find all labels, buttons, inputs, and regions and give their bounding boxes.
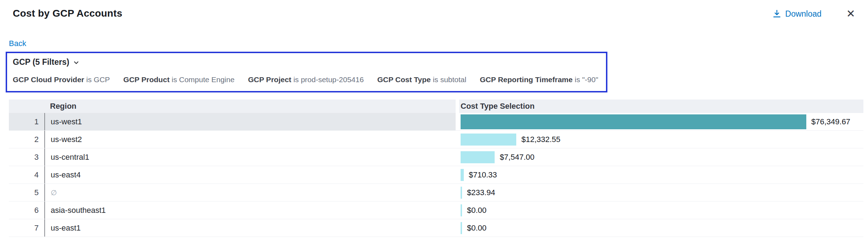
cost-by-gcp-accounts-panel: Cost by GCP Accounts Download ✕ Back GCP… (0, 0, 868, 238)
results-table: Region Cost Type Selection 1 us-west1 $7… (9, 100, 863, 237)
region-cell-text: ∅ (51, 188, 57, 197)
region-cell-text: us-central1 (51, 153, 89, 162)
filter-pill[interactable]: GCP Cloud Provider is GCP (13, 75, 110, 84)
cost-bar (461, 134, 516, 146)
filter-field: GCP Cloud Provider (13, 75, 84, 84)
header-actions: Download ✕ (773, 8, 855, 19)
filter-field: GCP Reporting Timeframe (480, 75, 573, 84)
back-link[interactable]: Back (9, 39, 26, 48)
table-row[interactable]: 1 us-west1 $76,349.67 (9, 113, 863, 131)
filter-group-toggle[interactable]: GCP (5 Filters) (13, 57, 80, 67)
region-cell: us-central1 (44, 148, 456, 166)
cost-cell: $710.33 (459, 166, 863, 183)
filter-pill[interactable]: GCP Product is Compute Engine (123, 75, 235, 84)
cost-cell: $76,349.67 (459, 113, 863, 130)
column-gap (456, 219, 459, 237)
row-number: 1 (9, 113, 44, 130)
cost-bar-wrap: $233.94 (461, 184, 863, 201)
cost-cell: $12,332.55 (459, 131, 863, 148)
cost-bar (461, 222, 462, 234)
cost-value: $7,547.00 (500, 153, 534, 162)
cost-value: $12,332.55 (521, 135, 560, 144)
filter-pill[interactable]: GCP Cost Type is subtotal (377, 75, 466, 84)
filter-group-box: GCP (5 Filters) GCP Cloud Provider is GC… (6, 52, 607, 92)
filter-field: GCP Project (248, 75, 291, 84)
cost-value: $0.00 (467, 223, 486, 233)
table-row[interactable]: 7 us-east1 $0.00 (9, 219, 863, 237)
region-cell: asia-southeast1 (44, 202, 456, 219)
filter-condition: is GCP (84, 75, 110, 84)
row-number: 4 (9, 166, 44, 183)
row-number: 7 (9, 219, 44, 237)
region-cell: us-west1 (44, 113, 456, 130)
cost-cell: $233.94 (459, 184, 863, 201)
filter-condition: is "-90" (573, 75, 598, 84)
row-number: 3 (9, 148, 44, 166)
panel-header: Cost by GCP Accounts Download ✕ (0, 0, 868, 19)
column-gap (456, 184, 459, 201)
column-gap (456, 166, 459, 183)
column-gap (456, 202, 459, 219)
column-gap (456, 131, 459, 148)
table-row[interactable]: 2 us-west2 $12,332.55 (9, 131, 863, 148)
page-title: Cost by GCP Accounts (13, 8, 122, 19)
table-body: 1 us-west1 $76,349.67 2 us-west2 $12,332… (9, 113, 863, 237)
filter-list: GCP Cloud Provider is GCP GCP Product is… (13, 75, 598, 84)
region-cell: us-east4 (44, 166, 456, 183)
cost-bar (461, 114, 806, 129)
cost-bar-wrap: $7,547.00 (461, 148, 863, 166)
filter-pill[interactable]: GCP Reporting Timeframe is "-90" (480, 75, 598, 84)
filter-field: GCP Product (123, 75, 169, 84)
filter-group-label: GCP (5 Filters) (13, 57, 69, 67)
cost-bar-wrap: $76,349.67 (461, 113, 863, 130)
region-cell: ∅ (44, 184, 456, 201)
download-icon (773, 10, 781, 18)
cost-bar (461, 204, 462, 216)
filter-condition: is subtotal (431, 75, 466, 84)
cost-bar (461, 187, 462, 199)
cost-bar-wrap: $0.00 (461, 219, 863, 237)
cost-value: $233.94 (467, 188, 495, 197)
table-header-row: Region Cost Type Selection (9, 100, 863, 113)
filter-pill[interactable]: GCP Project is prod-setup-205416 (248, 75, 363, 84)
cost-type-selection-column-header[interactable]: Cost Type Selection (459, 100, 863, 113)
region-cell-text: us-east1 (51, 223, 80, 233)
cost-bar (461, 169, 464, 181)
chevron-down-icon (73, 58, 80, 66)
row-number-column-header (9, 100, 44, 113)
region-cell: us-west2 (44, 131, 456, 148)
table-row[interactable]: 6 asia-southeast1 $0.00 (9, 202, 863, 219)
filter-field: GCP Cost Type (377, 75, 431, 84)
column-gap (456, 113, 459, 130)
row-number: 6 (9, 202, 44, 219)
download-label: Download (785, 9, 822, 19)
cost-value: $0.00 (467, 206, 486, 215)
region-cell-text: asia-southeast1 (51, 206, 106, 215)
region-cell: us-east1 (44, 219, 456, 237)
filter-condition: is Compute Engine (169, 75, 234, 84)
download-button[interactable]: Download (773, 9, 822, 19)
cost-cell: $7,547.00 (459, 148, 863, 166)
cost-cell: $0.00 (459, 219, 863, 237)
cost-bar (461, 151, 495, 163)
table-row[interactable]: 5 ∅ $233.94 (9, 184, 863, 202)
cost-bar-wrap: $12,332.55 (461, 131, 863, 148)
region-cell-text: us-west2 (51, 135, 82, 144)
row-number: 5 (9, 184, 44, 201)
region-column-header[interactable]: Region (44, 100, 456, 113)
row-number: 2 (9, 131, 44, 148)
region-cell-text: us-west1 (51, 117, 82, 126)
cost-bar-wrap: $0.00 (461, 202, 863, 219)
region-cell-text: us-east4 (51, 170, 80, 180)
close-icon[interactable]: ✕ (846, 8, 855, 19)
column-gap (456, 100, 459, 113)
column-gap (456, 148, 459, 166)
cost-value: $710.33 (469, 170, 497, 180)
table-row[interactable]: 3 us-central1 $7,547.00 (9, 148, 863, 166)
cost-cell: $0.00 (459, 202, 863, 219)
cost-value: $76,349.67 (811, 117, 850, 126)
filter-condition: is prod-setup-205416 (291, 75, 364, 84)
table-row[interactable]: 4 us-east4 $710.33 (9, 166, 863, 184)
cost-bar-wrap: $710.33 (461, 166, 863, 183)
